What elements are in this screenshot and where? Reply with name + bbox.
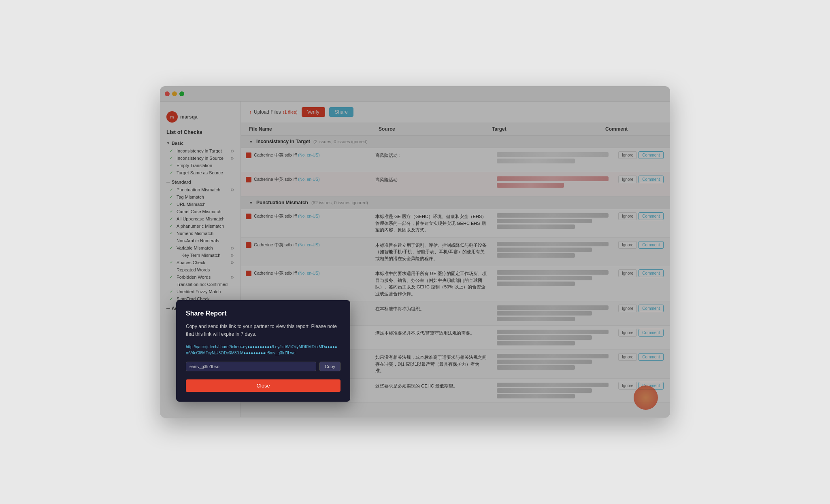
copy-button[interactable]: Copy xyxy=(319,362,341,371)
modal-overlay: Share Report Copy and send this link to … xyxy=(160,86,670,418)
modal-input-row: Copy xyxy=(186,362,341,371)
modal-link: http://qa.ccjk.tech/share?token=ey●●●●●●… xyxy=(186,344,341,356)
modal-link-input[interactable] xyxy=(186,362,316,371)
modal-description: Copy and send this link to your partner … xyxy=(186,323,341,338)
modal-title: Share Report xyxy=(186,310,341,317)
browser-window: m marsqa List of Checks ▼ Basic ✓ Incons… xyxy=(160,86,670,418)
share-modal: Share Report Copy and send this link to … xyxy=(176,300,350,402)
close-button[interactable]: Close xyxy=(186,379,341,392)
